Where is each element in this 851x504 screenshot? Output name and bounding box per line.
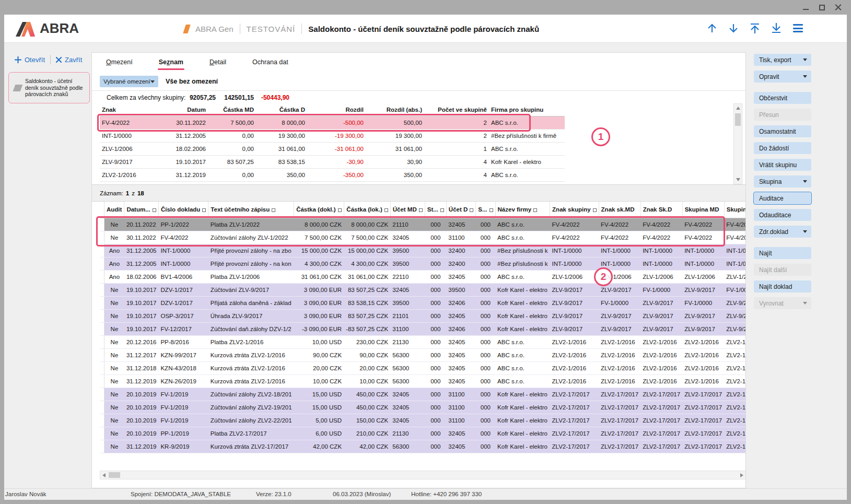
close-tab-button[interactable]: Zavřít xyxy=(56,56,82,64)
column-header[interactable]: S... xyxy=(476,202,495,218)
scrollbar-thumb[interactable] xyxy=(735,113,741,126)
sort-box-icon[interactable] xyxy=(153,208,156,212)
column-header[interactable]: Počet ve skupině xyxy=(424,103,489,116)
maximize-icon[interactable] xyxy=(819,4,825,11)
do-zadosti-button[interactable]: Do žádostí xyxy=(754,142,811,154)
column-header[interactable]: Text účetního zápisu xyxy=(208,202,294,218)
najit-doklad-button[interactable]: Najít doklad xyxy=(754,280,811,292)
table-row[interactable]: Ne20.10.2019FV-1/2019Zúčtování zálohy ZL… xyxy=(100,388,746,401)
column-header[interactable]: Částka (dokl.) xyxy=(294,202,344,218)
odauditace-button[interactable]: Odauditace xyxy=(754,209,811,221)
column-header[interactable]: Firma pro skupinu xyxy=(489,103,565,116)
scroll-down-icon[interactable] xyxy=(736,178,740,181)
column-header[interactable]: Skupina MD xyxy=(682,202,724,218)
sort-box-icon[interactable] xyxy=(384,208,388,212)
arrow-up-icon[interactable] xyxy=(706,22,718,34)
table-row[interactable]: FV-4/202230.11.20227 500,008 000,00-500,… xyxy=(100,116,565,129)
sort-box-icon[interactable] xyxy=(470,208,473,212)
table-row[interactable]: ZLV-9/201719.10.201783 507,2583 538,15-3… xyxy=(100,155,565,168)
open-agenda-card[interactable]: Saldokonto - účetní deník souvztažně pod… xyxy=(8,72,90,103)
column-header[interactable]: Znak Sk.D xyxy=(640,202,682,218)
hamburger-menu-icon[interactable] xyxy=(791,22,804,34)
obcerstvit-button[interactable]: Občerstvit xyxy=(754,92,811,104)
table-row[interactable]: Ne19.10.2017DZV-1/2017Přijatá záloha dan… xyxy=(100,296,746,309)
table-row[interactable]: ZLV-1/200618.02.20060,0031 061,00-31 061… xyxy=(100,142,565,155)
skupina-button[interactable]: Skupina xyxy=(754,175,811,187)
column-header[interactable]: Částka (lok.) xyxy=(344,202,390,218)
tab-seznam[interactable]: Seznam xyxy=(158,53,184,71)
sort-box-icon[interactable] xyxy=(533,208,537,212)
sort-box-icon[interactable] xyxy=(440,208,444,212)
table-row[interactable]: Ne31.12.2019KR-9/2019Kurzová ztráta ZLV2… xyxy=(100,440,746,453)
close-icon[interactable] xyxy=(835,4,842,11)
table-row[interactable]: Ano31.12.2005INT-1/0000Přijté provozní z… xyxy=(100,244,746,257)
arrow-to-bottom-icon[interactable] xyxy=(770,22,783,34)
sort-box-icon[interactable] xyxy=(489,208,493,212)
table-row[interactable]: Ano18.02.2006BV1-4/2006Platba ZLV-1/2006… xyxy=(100,270,746,283)
table-row[interactable]: Ne20.10.2019FV-1/2019Zúčtování zálohy ZL… xyxy=(100,414,746,427)
tisk-export-button[interactable]: Tisk, export xyxy=(754,54,811,66)
horizontal-scrollbar[interactable] xyxy=(100,471,746,479)
arrow-down-icon[interactable] xyxy=(727,22,740,34)
table-cell: -3 090,00 EUR xyxy=(294,322,344,335)
column-header[interactable]: Účet MD xyxy=(390,202,425,218)
tab-ochrana-dat[interactable]: Ochrana dat xyxy=(251,53,289,71)
najit-dalsi-button[interactable]: Najít další xyxy=(754,264,811,276)
table-row[interactable]: Ne20.11.2022PP-1/2022Platba ZLV-1/20228 … xyxy=(100,218,746,231)
sort-box-icon[interactable] xyxy=(419,208,423,212)
table-row[interactable]: Ne19.10.2017DZV-1/2017Zúčtování ZLV-9/20… xyxy=(100,283,746,296)
table-row[interactable]: Ne31.12.2017KZN-99/2017Kurzová ztráta ZL… xyxy=(100,348,746,361)
scrollbar-thumb[interactable] xyxy=(109,472,120,478)
column-header[interactable]: Znak xyxy=(100,103,165,116)
column-header[interactable] xyxy=(100,202,104,218)
table-row[interactable]: Ano31.12.2005INT-1/0000Přijté provozní z… xyxy=(100,257,746,270)
open-button[interactable]: Otevřít xyxy=(15,56,45,64)
table-row[interactable]: INT-1/000031.12.20050,0019 300,00-19 300… xyxy=(100,129,565,142)
table-row[interactable]: Ne20.12.2016PP-8/2016Platba ZLV2-1/20161… xyxy=(100,335,746,348)
zdr-doklad-button[interactable]: Zdr.doklad xyxy=(754,226,811,238)
osamostatnit-button[interactable]: Osamostatnit xyxy=(754,125,811,137)
column-header[interactable]: St... xyxy=(425,202,446,218)
opravit-button[interactable]: Opravit xyxy=(754,71,811,83)
table-row[interactable]: Ne19.10.2017OSP-3/2017Úhrada ZLV-9/20173… xyxy=(100,309,746,322)
sort-box-icon[interactable] xyxy=(338,208,342,212)
scroll-right-icon[interactable] xyxy=(740,473,743,477)
sort-box-icon[interactable] xyxy=(593,208,597,212)
scroll-up-icon[interactable] xyxy=(736,107,740,110)
column-header[interactable]: Skupina D xyxy=(724,202,746,218)
table-row[interactable]: Ne30.11.2022FV-4/2022Zúčtování zálohy ZL… xyxy=(100,231,746,244)
table-row[interactable]: Ne19.10.2017FV-12/2017Zúčtování daň.zálo… xyxy=(100,322,746,335)
table-row[interactable]: Ne20.10.2019FV-1/2019Zúčtování zálohy ZL… xyxy=(100,401,746,414)
column-header[interactable]: Rozdíl (abs.) xyxy=(366,103,424,116)
column-header[interactable]: Částka MD xyxy=(208,103,256,116)
groups-table-scrollbar[interactable] xyxy=(733,103,742,184)
column-header[interactable]: Částka D xyxy=(256,103,307,116)
column-header[interactable]: Audit xyxy=(104,202,124,218)
auditace-button[interactable]: Auditace xyxy=(754,192,811,204)
table-row[interactable]: Ne31.12.2019KZN-26/2019Kurzová ztráta ZL… xyxy=(100,374,746,388)
restriction-dropdown[interactable]: Vybrané omezení xyxy=(100,76,158,87)
table-row[interactable]: ZLV2-1/201631.12.20190,00350,00-350,0035… xyxy=(100,168,565,181)
tab-detail[interactable]: Detail xyxy=(208,53,227,71)
sort-box-icon[interactable] xyxy=(272,208,275,212)
presun-button[interactable]: Přesun xyxy=(754,109,811,121)
vyrovnat-button[interactable]: Vyrovnat xyxy=(754,297,811,309)
najit-button[interactable]: Najít xyxy=(754,247,811,259)
column-header[interactable]: Číslo dokladu xyxy=(158,202,208,218)
table-cell: 4 300,00 CZK xyxy=(344,257,390,270)
minimize-icon[interactable] xyxy=(802,4,809,11)
column-header[interactable]: Znak sk.MD xyxy=(599,202,640,218)
column-header[interactable]: Rozdíl xyxy=(307,103,366,116)
table-row[interactable]: Ne20.10.2019PP-1/2019Platba ZLV2-17/2017… xyxy=(100,427,746,440)
tab-omezeni[interactable]: Omezení xyxy=(105,53,134,71)
sort-box-icon[interactable] xyxy=(202,208,206,212)
column-header[interactable]: Název firmy xyxy=(495,202,550,218)
column-header[interactable]: Datum xyxy=(165,103,208,116)
vratit-skupinu-button[interactable]: Vrátit skupinu xyxy=(754,159,811,171)
scroll-left-icon[interactable] xyxy=(102,473,106,477)
table-row[interactable]: Ne31.12.2018KZN-43/2018Kurzová ztráta ZL… xyxy=(100,361,746,374)
column-header[interactable]: Datum... xyxy=(124,202,159,218)
arrow-to-top-icon[interactable] xyxy=(749,22,761,34)
column-header[interactable]: Účet D xyxy=(446,202,475,218)
column-header[interactable]: Znak skupiny xyxy=(550,202,599,218)
